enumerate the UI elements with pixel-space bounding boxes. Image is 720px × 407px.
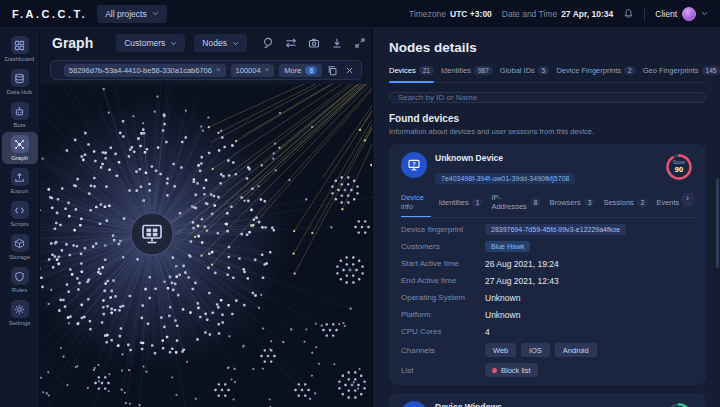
tab-sessions[interactable]: Sessions2 bbox=[603, 198, 648, 207]
tab-label: Geo Fingerprints bbox=[643, 66, 699, 75]
found-devices-title: Found devices bbox=[389, 113, 706, 124]
sidebar-label: Settings bbox=[9, 320, 31, 326]
customer-chip[interactable]: Blue Hawk bbox=[485, 241, 530, 252]
panel-title: Nodes details bbox=[389, 40, 706, 55]
field-label: Customers bbox=[401, 242, 485, 251]
copy-filters-button[interactable] bbox=[327, 65, 338, 76]
client-avatar bbox=[682, 7, 696, 21]
export-icon bbox=[11, 168, 29, 186]
field-label: List bbox=[401, 366, 485, 375]
gear-icon bbox=[11, 300, 29, 318]
sidebar-item-storage[interactable]: Storage bbox=[2, 231, 38, 263]
device-card-header: Device Windows fbd83498f-394f-ow01-39dd-… bbox=[401, 401, 694, 407]
tab-ip-addresses[interactable]: IP-Addresses8 bbox=[491, 193, 541, 211]
field-value: Unknown bbox=[485, 293, 520, 303]
sidebar-label: Rules bbox=[12, 287, 27, 293]
customers-dropdown[interactable]: Customers bbox=[116, 34, 185, 52]
nodes-dropdown-label: Nodes bbox=[202, 38, 227, 48]
channel-chip-web[interactable]: Web bbox=[485, 343, 516, 357]
datetime-display: Date and Time 27 Apr, 10:34 bbox=[502, 9, 613, 19]
tab-identities[interactable]: Identities1 bbox=[439, 198, 484, 207]
chevron-down-icon bbox=[232, 41, 239, 46]
sidebar-item-rules[interactable]: Rules bbox=[2, 264, 38, 296]
timezone-display: Timezone UTC +3:00 bbox=[409, 9, 492, 19]
rearrange-button[interactable] bbox=[285, 37, 297, 49]
filter-chip-uuid-text: 58296d7b-53a4-4410-be58-330a1cab6706 bbox=[69, 66, 212, 75]
tab-label: Identities bbox=[439, 198, 469, 207]
nodes-dropdown[interactable]: Nodes bbox=[194, 34, 247, 52]
more-chips-button[interactable]: More 8 bbox=[279, 64, 322, 77]
field-label: Platform bbox=[401, 310, 485, 319]
filter-chip-100004-text: 100004 bbox=[236, 66, 261, 75]
graph-panel: Graph Customers Nodes 58296 bbox=[40, 28, 372, 407]
field-list: List Block list bbox=[401, 363, 694, 377]
device-id-chip[interactable]: 7e403498f-394f-ow01-39dd-3490fkfj5708 bbox=[435, 173, 575, 184]
remove-chip-icon[interactable]: × bbox=[265, 66, 270, 74]
all-projects-dropdown[interactable]: All projects bbox=[97, 5, 167, 23]
lasso-select-button[interactable] bbox=[262, 37, 274, 49]
sidebar-item-data-hub[interactable]: Data Hub bbox=[2, 66, 38, 98]
network-graph-visualization[interactable] bbox=[40, 84, 372, 407]
tab-label: IP-Addresses bbox=[491, 193, 526, 211]
graph-search-bar[interactable]: 58296d7b-53a4-4410-be58-330a1cab6706 × 1… bbox=[50, 60, 362, 80]
svg-text:?: ? bbox=[412, 161, 416, 167]
graph-header: Graph Customers Nodes bbox=[40, 28, 372, 58]
sidebar-item-dashboard[interactable]: Dashboard bbox=[2, 33, 38, 65]
details-tabs: Devices21 Identities987 Global IDs5 Devi… bbox=[389, 66, 706, 83]
chevron-down-icon bbox=[152, 11, 159, 16]
scrollbar-thumb[interactable] bbox=[716, 178, 719, 268]
sidebar-item-graph[interactable]: Graph bbox=[2, 132, 38, 164]
nodes-details-panel: Nodes details Devices21 Identities987 Gl… bbox=[372, 28, 720, 407]
clear-filters-button[interactable] bbox=[345, 66, 354, 75]
sidebar-item-scripts[interactable]: Scripts bbox=[2, 198, 38, 230]
snapshot-button[interactable] bbox=[308, 37, 320, 49]
tab-device-info[interactable]: Device info bbox=[401, 193, 431, 211]
sidebar-label: Bots bbox=[13, 122, 25, 128]
datetime-value: 27 Apr, 10:34 bbox=[561, 9, 613, 19]
sidebar-item-export[interactable]: Export bbox=[2, 165, 38, 197]
dashboard-icon bbox=[11, 36, 29, 54]
device-card-tabs: Device info Identities1 IP-Addresses8 Br… bbox=[401, 193, 694, 218]
field-customers: Customers Blue Hawk bbox=[401, 241, 694, 252]
tab-geo-fingerprints[interactable]: Geo Fingerprints145 bbox=[643, 66, 720, 75]
datetime-label: Date and Time bbox=[502, 9, 557, 19]
channel-chip-android[interactable]: Android bbox=[555, 343, 597, 357]
tab-count-badge: 987 bbox=[474, 66, 493, 75]
sidebar-label: Scripts bbox=[10, 221, 28, 227]
notifications-button[interactable] bbox=[623, 8, 634, 19]
filter-chip-100004[interactable]: 100004 × bbox=[231, 64, 275, 77]
fullscreen-button[interactable] bbox=[354, 37, 366, 49]
block-list-chip[interactable]: Block list bbox=[485, 363, 538, 377]
search-input[interactable] bbox=[389, 92, 706, 103]
device-name: Device Windows bbox=[435, 402, 656, 407]
tab-label: Devices bbox=[389, 66, 416, 75]
tab-browsers[interactable]: Browsers3 bbox=[549, 198, 595, 207]
tab-label: Events bbox=[656, 198, 679, 207]
field-channels: Channels Web iOS Android bbox=[401, 343, 694, 357]
windows-device-icon bbox=[401, 401, 427, 407]
tab-count-badge: 8 bbox=[530, 198, 542, 207]
tab-global-ids[interactable]: Global IDs5 bbox=[500, 66, 550, 75]
sidebar-item-settings[interactable]: Settings bbox=[2, 297, 38, 329]
sidebar-item-bots[interactable]: Bots bbox=[2, 99, 38, 131]
client-menu[interactable]: Client bbox=[655, 7, 708, 21]
tab-device-fingerprints[interactable]: Device Fingerprints2 bbox=[556, 66, 635, 75]
remove-chip-icon[interactable]: × bbox=[216, 66, 221, 74]
tab-identities[interactable]: Identities987 bbox=[441, 66, 493, 75]
field-operating-system: Operating System Unknown bbox=[401, 292, 694, 303]
topbar-divider bbox=[644, 7, 645, 21]
tab-label: Identities bbox=[441, 66, 471, 75]
timezone-value: UTC +3:00 bbox=[450, 9, 492, 19]
fingerprint-chip[interactable]: 28397694-7d59-45fd-99v3-e12229a4fkoe bbox=[485, 224, 626, 235]
download-button[interactable] bbox=[331, 37, 343, 49]
tab-devices[interactable]: Devices21 bbox=[389, 66, 434, 75]
channel-chip-ios[interactable]: iOS bbox=[521, 343, 550, 357]
graph-canvas[interactable] bbox=[40, 84, 372, 407]
device-name: Unknown Device bbox=[435, 153, 656, 163]
shield-icon bbox=[11, 267, 29, 285]
tab-label: Device info bbox=[401, 193, 431, 211]
customers-dropdown-label: Customers bbox=[124, 38, 165, 48]
code-icon bbox=[11, 201, 29, 219]
filter-chip-uuid[interactable]: 58296d7b-53a4-4410-be58-330a1cab6706 × bbox=[64, 64, 226, 77]
tab-label: Sessions bbox=[603, 198, 633, 207]
